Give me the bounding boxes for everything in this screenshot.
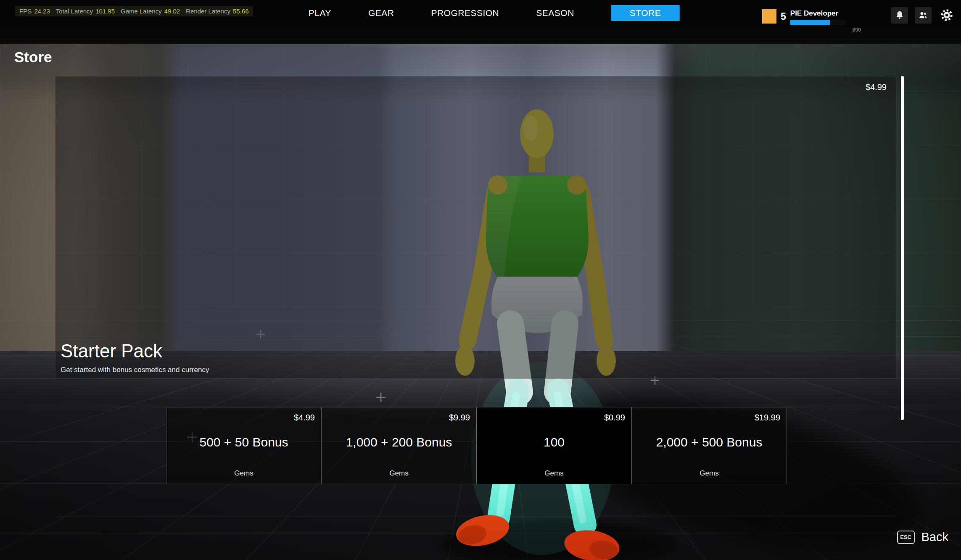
xp-bar-fill bbox=[790, 20, 830, 25]
perf-debug-overlay: FPS24.23 Total Latency101.95 Game Latenc… bbox=[15, 6, 253, 16]
featured-caption: Starter Pack Get started with bonus cosm… bbox=[61, 341, 209, 374]
offer-unit: Gems bbox=[322, 469, 476, 478]
total-latency-label: Total Latency bbox=[56, 8, 93, 15]
friends-icon bbox=[918, 10, 928, 20]
offer-amount: 100 bbox=[477, 435, 631, 449]
player-name: PIE Developer bbox=[790, 9, 862, 18]
featured-price: $4.99 bbox=[866, 82, 887, 92]
player-level: 5 bbox=[781, 9, 786, 24]
friends-button[interactable] bbox=[915, 7, 932, 24]
offer-amount: 500 + 50 Bonus bbox=[166, 435, 321, 449]
settings-button[interactable] bbox=[938, 7, 955, 24]
player-info: 5 PIE Developer 800 bbox=[762, 9, 862, 33]
offer-amount: 1,000 + 200 Bonus bbox=[322, 435, 476, 449]
back-label: Back bbox=[921, 530, 948, 544]
bell-icon bbox=[895, 10, 905, 20]
store-scrollbar[interactable] bbox=[901, 76, 904, 420]
game-latency-value: 49.02 bbox=[164, 8, 180, 15]
offer-unit: Gems bbox=[166, 469, 321, 478]
page-title: Store bbox=[14, 49, 52, 66]
tab-season[interactable]: SEASON bbox=[536, 8, 574, 18]
tab-store[interactable]: STORE bbox=[611, 5, 679, 21]
store-screen: $4.99 Starter Pack Get started with bonu… bbox=[0, 0, 961, 560]
offer-card-selected[interactable]: $0.99 100 Gems bbox=[476, 407, 632, 484]
esc-key-icon: ESC bbox=[897, 531, 915, 544]
avatar[interactable] bbox=[762, 9, 776, 24]
main-nav: PLAY GEAR PROGRESSION SEASON STORE bbox=[309, 5, 680, 21]
currency-offers-row: $4.99 500 + 50 Bonus Gems $9.99 1,000 + … bbox=[166, 407, 787, 484]
render-latency-label: Render Latency bbox=[186, 8, 230, 15]
top-bar: FPS24.23 Total Latency101.95 Game Latenc… bbox=[0, 0, 961, 44]
tab-progression[interactable]: PROGRESSION bbox=[431, 8, 499, 18]
total-latency-value: 101.95 bbox=[95, 8, 115, 15]
offer-card[interactable]: $9.99 1,000 + 200 Bonus Gems bbox=[321, 407, 477, 484]
featured-offer-card[interactable]: $4.99 Starter Pack Get started with bonu… bbox=[55, 76, 896, 379]
game-latency-label: Game Latency bbox=[121, 8, 162, 15]
offer-unit: Gems bbox=[632, 469, 787, 478]
fps-value: 24.23 bbox=[34, 8, 50, 15]
render-latency-value: 55.66 bbox=[233, 8, 249, 15]
offer-price: $19.99 bbox=[755, 413, 780, 423]
tab-play[interactable]: PLAY bbox=[309, 8, 331, 18]
featured-subtitle: Get started with bonus cosmetics and cur… bbox=[61, 366, 209, 374]
featured-title: Starter Pack bbox=[61, 341, 209, 362]
fps-label: FPS bbox=[19, 8, 32, 15]
tab-gear[interactable]: GEAR bbox=[368, 8, 394, 18]
bottom-divider bbox=[55, 517, 896, 517]
back-button[interactable]: ESC Back bbox=[897, 530, 948, 544]
xp-bar bbox=[790, 20, 845, 25]
notifications-button[interactable] bbox=[891, 7, 908, 24]
offer-unit: Gems bbox=[477, 469, 631, 478]
offer-price: $9.99 bbox=[449, 413, 470, 423]
offer-price: $4.99 bbox=[294, 413, 315, 423]
gear-icon bbox=[940, 8, 954, 22]
offer-card[interactable]: $4.99 500 + 50 Bonus Gems bbox=[166, 407, 322, 484]
xp-max-value: 800 bbox=[790, 27, 861, 33]
offer-price: $0.99 bbox=[604, 413, 625, 423]
offer-card[interactable]: $19.99 2,000 + 500 Bonus Gems bbox=[631, 407, 787, 484]
top-icon-buttons bbox=[891, 7, 955, 24]
offer-amount: 2,000 + 500 Bonus bbox=[632, 435, 787, 449]
